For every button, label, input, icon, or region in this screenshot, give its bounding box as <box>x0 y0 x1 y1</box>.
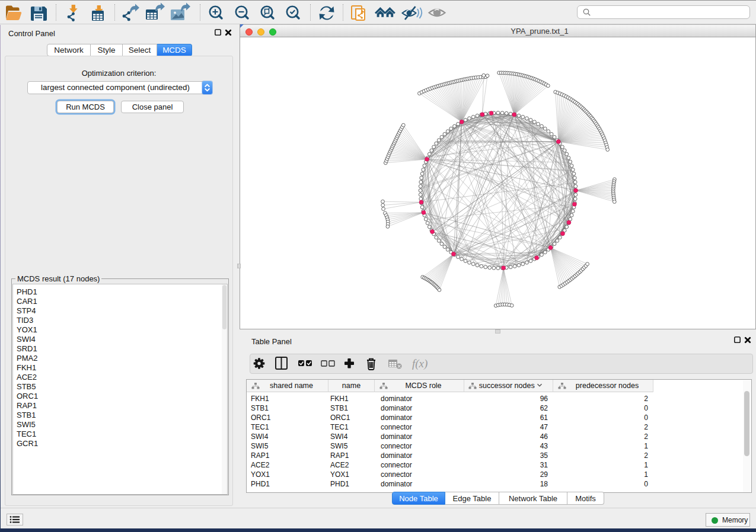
svg-text:f(x): f(x) <box>412 357 428 370</box>
